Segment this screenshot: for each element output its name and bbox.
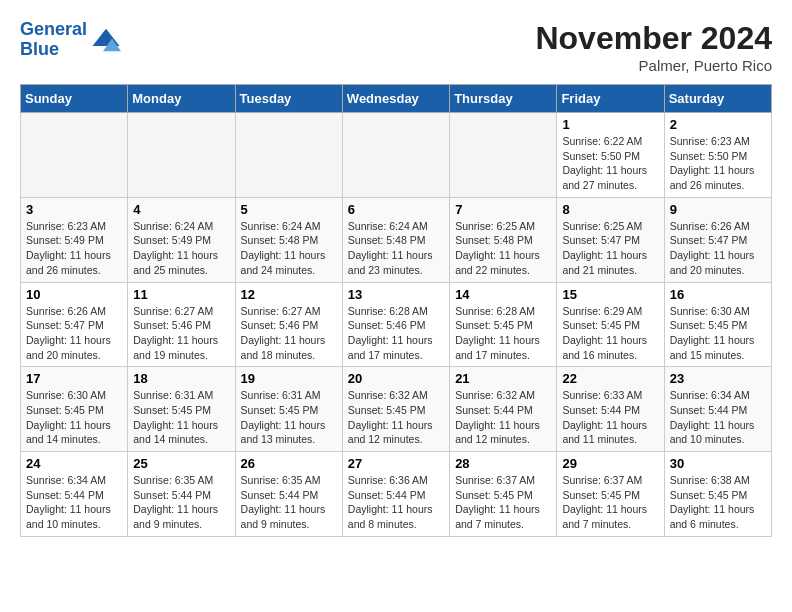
day-info: Sunrise: 6:33 AM Sunset: 5:44 PM Dayligh… [562, 388, 658, 447]
calendar-cell: 14Sunrise: 6:28 AM Sunset: 5:45 PM Dayli… [450, 282, 557, 367]
week-row-2: 3Sunrise: 6:23 AM Sunset: 5:49 PM Daylig… [21, 197, 772, 282]
day-info: Sunrise: 6:37 AM Sunset: 5:45 PM Dayligh… [455, 473, 551, 532]
calendar-cell: 27Sunrise: 6:36 AM Sunset: 5:44 PM Dayli… [342, 452, 449, 537]
day-info: Sunrise: 6:30 AM Sunset: 5:45 PM Dayligh… [670, 304, 766, 363]
weekday-header-sunday: Sunday [21, 85, 128, 113]
day-number: 28 [455, 456, 551, 471]
day-number: 11 [133, 287, 229, 302]
calendar-cell: 1Sunrise: 6:22 AM Sunset: 5:50 PM Daylig… [557, 113, 664, 198]
calendar-cell: 13Sunrise: 6:28 AM Sunset: 5:46 PM Dayli… [342, 282, 449, 367]
day-info: Sunrise: 6:31 AM Sunset: 5:45 PM Dayligh… [133, 388, 229, 447]
calendar-cell: 10Sunrise: 6:26 AM Sunset: 5:47 PM Dayli… [21, 282, 128, 367]
day-number: 25 [133, 456, 229, 471]
calendar-cell [21, 113, 128, 198]
day-number: 13 [348, 287, 444, 302]
calendar-cell [450, 113, 557, 198]
calendar-cell: 9Sunrise: 6:26 AM Sunset: 5:47 PM Daylig… [664, 197, 771, 282]
day-number: 10 [26, 287, 122, 302]
logo-text: GeneralBlue [20, 20, 87, 60]
day-number: 26 [241, 456, 337, 471]
day-number: 29 [562, 456, 658, 471]
day-info: Sunrise: 6:34 AM Sunset: 5:44 PM Dayligh… [26, 473, 122, 532]
day-info: Sunrise: 6:31 AM Sunset: 5:45 PM Dayligh… [241, 388, 337, 447]
calendar-cell: 15Sunrise: 6:29 AM Sunset: 5:45 PM Dayli… [557, 282, 664, 367]
day-number: 17 [26, 371, 122, 386]
page-header: GeneralBlue November 2024 Palmer, Puerto… [20, 20, 772, 74]
calendar-cell: 19Sunrise: 6:31 AM Sunset: 5:45 PM Dayli… [235, 367, 342, 452]
weekday-header-row: SundayMondayTuesdayWednesdayThursdayFrid… [21, 85, 772, 113]
calendar-cell: 8Sunrise: 6:25 AM Sunset: 5:47 PM Daylig… [557, 197, 664, 282]
calendar-cell [128, 113, 235, 198]
weekday-header-saturday: Saturday [664, 85, 771, 113]
calendar-cell: 26Sunrise: 6:35 AM Sunset: 5:44 PM Dayli… [235, 452, 342, 537]
calendar-cell: 12Sunrise: 6:27 AM Sunset: 5:46 PM Dayli… [235, 282, 342, 367]
calendar-cell: 20Sunrise: 6:32 AM Sunset: 5:45 PM Dayli… [342, 367, 449, 452]
weekday-header-thursday: Thursday [450, 85, 557, 113]
calendar-table: SundayMondayTuesdayWednesdayThursdayFrid… [20, 84, 772, 537]
day-info: Sunrise: 6:23 AM Sunset: 5:50 PM Dayligh… [670, 134, 766, 193]
calendar-cell: 6Sunrise: 6:24 AM Sunset: 5:48 PM Daylig… [342, 197, 449, 282]
day-info: Sunrise: 6:35 AM Sunset: 5:44 PM Dayligh… [133, 473, 229, 532]
week-row-1: 1Sunrise: 6:22 AM Sunset: 5:50 PM Daylig… [21, 113, 772, 198]
day-number: 4 [133, 202, 229, 217]
logo: GeneralBlue [20, 20, 121, 60]
day-number: 22 [562, 371, 658, 386]
day-number: 18 [133, 371, 229, 386]
day-info: Sunrise: 6:27 AM Sunset: 5:46 PM Dayligh… [241, 304, 337, 363]
day-number: 27 [348, 456, 444, 471]
day-info: Sunrise: 6:30 AM Sunset: 5:45 PM Dayligh… [26, 388, 122, 447]
weekday-header-monday: Monday [128, 85, 235, 113]
day-info: Sunrise: 6:26 AM Sunset: 5:47 PM Dayligh… [670, 219, 766, 278]
calendar-cell [342, 113, 449, 198]
calendar-cell: 16Sunrise: 6:30 AM Sunset: 5:45 PM Dayli… [664, 282, 771, 367]
day-number: 24 [26, 456, 122, 471]
day-number: 21 [455, 371, 551, 386]
calendar-cell: 25Sunrise: 6:35 AM Sunset: 5:44 PM Dayli… [128, 452, 235, 537]
day-info: Sunrise: 6:25 AM Sunset: 5:48 PM Dayligh… [455, 219, 551, 278]
day-info: Sunrise: 6:24 AM Sunset: 5:48 PM Dayligh… [348, 219, 444, 278]
day-number: 16 [670, 287, 766, 302]
calendar-cell: 24Sunrise: 6:34 AM Sunset: 5:44 PM Dayli… [21, 452, 128, 537]
month-title: November 2024 [535, 20, 772, 57]
calendar-cell [235, 113, 342, 198]
weekday-header-friday: Friday [557, 85, 664, 113]
calendar-cell: 7Sunrise: 6:25 AM Sunset: 5:48 PM Daylig… [450, 197, 557, 282]
week-row-5: 24Sunrise: 6:34 AM Sunset: 5:44 PM Dayli… [21, 452, 772, 537]
calendar-cell: 17Sunrise: 6:30 AM Sunset: 5:45 PM Dayli… [21, 367, 128, 452]
day-info: Sunrise: 6:32 AM Sunset: 5:45 PM Dayligh… [348, 388, 444, 447]
day-info: Sunrise: 6:25 AM Sunset: 5:47 PM Dayligh… [562, 219, 658, 278]
day-info: Sunrise: 6:22 AM Sunset: 5:50 PM Dayligh… [562, 134, 658, 193]
day-info: Sunrise: 6:36 AM Sunset: 5:44 PM Dayligh… [348, 473, 444, 532]
calendar-cell: 21Sunrise: 6:32 AM Sunset: 5:44 PM Dayli… [450, 367, 557, 452]
weekday-header-wednesday: Wednesday [342, 85, 449, 113]
calendar-cell: 23Sunrise: 6:34 AM Sunset: 5:44 PM Dayli… [664, 367, 771, 452]
week-row-4: 17Sunrise: 6:30 AM Sunset: 5:45 PM Dayli… [21, 367, 772, 452]
day-number: 7 [455, 202, 551, 217]
weekday-header-tuesday: Tuesday [235, 85, 342, 113]
day-info: Sunrise: 6:38 AM Sunset: 5:45 PM Dayligh… [670, 473, 766, 532]
calendar-cell: 2Sunrise: 6:23 AM Sunset: 5:50 PM Daylig… [664, 113, 771, 198]
calendar-cell: 29Sunrise: 6:37 AM Sunset: 5:45 PM Dayli… [557, 452, 664, 537]
calendar-cell: 3Sunrise: 6:23 AM Sunset: 5:49 PM Daylig… [21, 197, 128, 282]
day-info: Sunrise: 6:26 AM Sunset: 5:47 PM Dayligh… [26, 304, 122, 363]
calendar-cell: 18Sunrise: 6:31 AM Sunset: 5:45 PM Dayli… [128, 367, 235, 452]
day-number: 1 [562, 117, 658, 132]
day-info: Sunrise: 6:24 AM Sunset: 5:48 PM Dayligh… [241, 219, 337, 278]
day-number: 23 [670, 371, 766, 386]
day-info: Sunrise: 6:37 AM Sunset: 5:45 PM Dayligh… [562, 473, 658, 532]
day-info: Sunrise: 6:32 AM Sunset: 5:44 PM Dayligh… [455, 388, 551, 447]
day-number: 15 [562, 287, 658, 302]
day-number: 12 [241, 287, 337, 302]
day-number: 5 [241, 202, 337, 217]
day-number: 8 [562, 202, 658, 217]
calendar-cell: 5Sunrise: 6:24 AM Sunset: 5:48 PM Daylig… [235, 197, 342, 282]
title-block: November 2024 Palmer, Puerto Rico [535, 20, 772, 74]
day-number: 30 [670, 456, 766, 471]
day-number: 9 [670, 202, 766, 217]
calendar-cell: 11Sunrise: 6:27 AM Sunset: 5:46 PM Dayli… [128, 282, 235, 367]
calendar-cell: 28Sunrise: 6:37 AM Sunset: 5:45 PM Dayli… [450, 452, 557, 537]
calendar-cell: 22Sunrise: 6:33 AM Sunset: 5:44 PM Dayli… [557, 367, 664, 452]
day-number: 20 [348, 371, 444, 386]
day-info: Sunrise: 6:35 AM Sunset: 5:44 PM Dayligh… [241, 473, 337, 532]
day-info: Sunrise: 6:23 AM Sunset: 5:49 PM Dayligh… [26, 219, 122, 278]
